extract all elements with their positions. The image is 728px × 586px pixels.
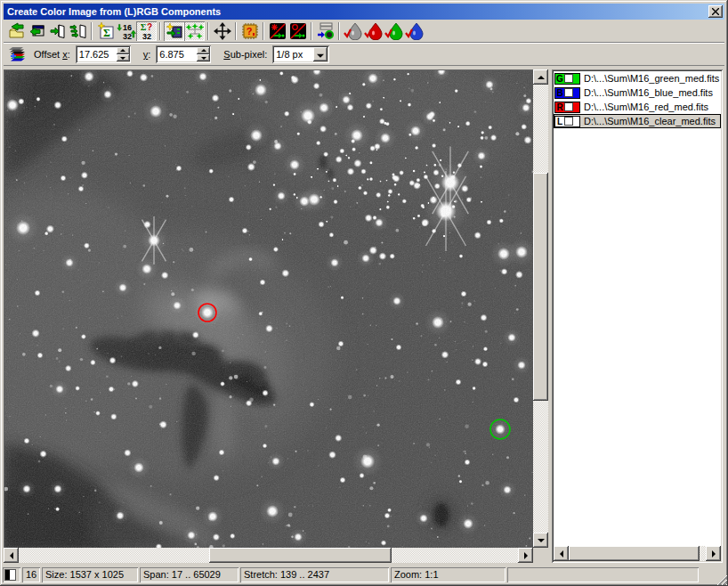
- insert-star-window-button[interactable]: [164, 21, 184, 41]
- resize-grip[interactable]: [716, 574, 727, 585]
- down-arrow-icon: [538, 539, 545, 542]
- channel-chip: B: [554, 87, 580, 99]
- channel-letter: L: [555, 117, 564, 126]
- droplet-blue-button[interactable]: [404, 21, 425, 41]
- channel-chip: G: [554, 73, 580, 85]
- no-align-circle-button[interactable]: [287, 21, 308, 41]
- offset-x-input[interactable]: 17.625: [76, 45, 131, 63]
- left-arrow-icon: [10, 552, 13, 559]
- toolbar-separator: [159, 22, 161, 40]
- image-viewport[interactable]: [4, 69, 533, 548]
- file-list[interactable]: GD:\...\Sum\M16_green_med.fitsBD:\...\Su…: [554, 71, 721, 546]
- file-checkbox[interactable]: [564, 102, 573, 111]
- channel-chip: R: [554, 102, 580, 113]
- door-import-button[interactable]: [47, 21, 68, 41]
- window-back-button[interactable]: [27, 21, 47, 41]
- combine-layers-button[interactable]: [6, 45, 27, 64]
- horizontal-scrollbar[interactable]: [4, 548, 533, 563]
- sigma-new-icon: Σ: [97, 22, 115, 40]
- dropdown-arrow-icon[interactable]: [313, 47, 328, 61]
- file-item-g[interactable]: GD:\...\Sum\M16_green_med.fits: [554, 71, 721, 85]
- droplet-red-button[interactable]: [363, 21, 384, 41]
- channel-letter: G: [555, 74, 564, 84]
- right-arrow-icon: [524, 552, 528, 559]
- send-display-icon: [317, 22, 335, 40]
- door-in-all-icon: [69, 22, 87, 40]
- blackwhite-square-icon: [4, 569, 16, 581]
- status-stretch-cell: Stretch: 139 .. 2437: [240, 567, 389, 582]
- droplet-green-button[interactable]: [384, 21, 404, 41]
- toolbar-separator: [235, 22, 237, 40]
- close-icon: [712, 8, 719, 15]
- up-arrow-icon: [538, 76, 545, 79]
- toolbar-main: Σ 1632 Σ?32 ?: [4, 20, 724, 43]
- file-name: D:\...\Sum\M16_clear_med.fits: [584, 116, 716, 126]
- channel-letter: B: [555, 88, 564, 98]
- svg-text:16: 16: [122, 23, 131, 32]
- offset-x-spin-down[interactable]: [117, 54, 130, 61]
- file-name: D:\...\Sum\M16_red_med.fits: [584, 102, 708, 112]
- offset-x-spin-up[interactable]: [117, 47, 130, 54]
- open-folder-back-button[interactable]: [6, 21, 27, 41]
- vertical-scroll-thumb[interactable]: [533, 173, 548, 401]
- vertical-scrollbar[interactable]: [533, 69, 548, 548]
- list-scroll-left-button[interactable]: [554, 546, 569, 561]
- door-in-icon: [49, 22, 67, 40]
- horizontal-scroll-thumb[interactable]: [209, 548, 392, 563]
- list-horizontal-scrollbar[interactable]: [554, 546, 721, 561]
- file-checkbox[interactable]: [564, 74, 573, 83]
- scroll-down-button[interactable]: [533, 533, 548, 548]
- no-align-cross-button[interactable]: [267, 21, 287, 41]
- app-window: Create Color Image from (L)RGB Component…: [0, 0, 728, 586]
- right-arrow-icon: [712, 550, 716, 558]
- toolbar-separator: [207, 22, 209, 40]
- list-scroll-right-button[interactable]: [706, 546, 721, 561]
- offset-x-value: 17.625: [79, 49, 115, 60]
- scroll-right-button[interactable]: [518, 548, 533, 563]
- subpixel-dropdown[interactable]: 1/8 px: [272, 45, 329, 63]
- channel-letter: R: [555, 102, 564, 112]
- door-import-all-button[interactable]: [68, 21, 88, 41]
- offset-x-label: Offset x:: [34, 49, 70, 60]
- close-button[interactable]: [708, 5, 723, 18]
- droplet-gray-button[interactable]: [343, 21, 363, 41]
- scroll-left-button[interactable]: [4, 548, 19, 563]
- star-window-icon: [166, 22, 183, 40]
- file-item-r[interactable]: RD:\...\Sum\M16_red_med.fits: [554, 100, 721, 114]
- left-arrow-icon: [560, 550, 563, 558]
- window-back-icon: [28, 22, 46, 40]
- title-bar: Create Color Image from (L)RGB Component…: [4, 4, 724, 20]
- send-to-display-button[interactable]: [315, 21, 336, 41]
- scroll-up-button[interactable]: [533, 69, 548, 85]
- file-checkbox[interactable]: [564, 117, 573, 126]
- convert-16-32-button[interactable]: 1632: [116, 21, 136, 41]
- svg-text:?: ?: [246, 26, 252, 37]
- move-arrows-icon: [214, 22, 231, 40]
- toolbar-offset: Offset x: 17.625 y: 6.875 Sub-pixel: 1/8…: [4, 44, 724, 66]
- chip-question-button[interactable]: ?: [239, 21, 260, 41]
- pan-move-button[interactable]: [212, 21, 232, 41]
- subpixel-label: Sub-pixel:: [223, 49, 267, 60]
- file-name: D:\...\Sum\M16_blue_med.fits: [584, 87, 713, 98]
- chip-question-icon: ?: [241, 22, 259, 40]
- sum-query-32-button[interactable]: Σ?32: [136, 21, 157, 41]
- status-thumbnail-cell: [3, 567, 20, 582]
- offset-y-spin-up[interactable]: [197, 47, 210, 54]
- blue-droplet-icon: [405, 22, 425, 40]
- offset-y-input[interactable]: 6.875: [156, 45, 211, 63]
- red-droplet-icon: [364, 22, 384, 40]
- offset-y-value: 6.875: [159, 49, 195, 60]
- svg-text:?: ?: [146, 22, 151, 32]
- list-scroll-thumb[interactable]: [569, 546, 700, 561]
- offset-y-label: y:: [143, 49, 151, 60]
- file-item-l[interactable]: LD:\...\Sum\M16_clear_med.fits: [554, 114, 721, 128]
- toolbar-separator: [91, 22, 93, 40]
- align-tree-button[interactable]: [184, 21, 205, 41]
- gray-droplet-icon: [344, 22, 363, 40]
- offset-y-spin-down[interactable]: [197, 54, 210, 61]
- sigma-new-button[interactable]: Σ: [95, 21, 116, 41]
- file-item-b[interactable]: BD:\...\Sum\M16_blue_med.fits: [554, 85, 721, 100]
- no-align-cross-icon: [269, 22, 287, 40]
- image-panel: [4, 69, 548, 563]
- file-checkbox[interactable]: [564, 88, 573, 97]
